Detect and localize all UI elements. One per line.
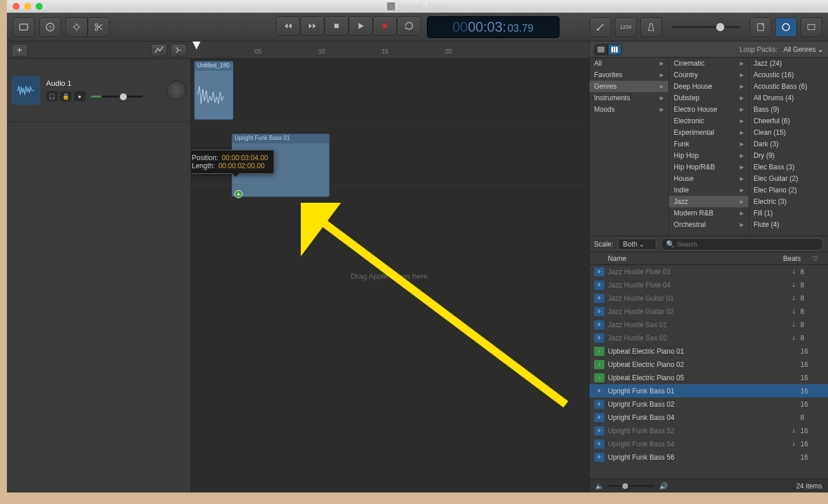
cycle-button[interactable] [397, 16, 421, 36]
category-item[interactable]: Elec Piano (2) [749, 184, 828, 196]
loop-result-row[interactable]: ⊪Jazz Hustle Guitar 01⤓8 [589, 291, 828, 305]
category-item[interactable]: Clean (15) [749, 127, 828, 138]
category-item[interactable]: Funk▶ [669, 138, 748, 150]
loop-packs-dropdown[interactable]: All Genres ⌄ [784, 46, 823, 54]
category-item[interactable]: Experimental▶ [669, 127, 748, 138]
timeline-ruler[interactable]: :05 :10 :15 :20 [191, 41, 589, 58]
download-icon[interactable]: ⤓ [791, 268, 800, 275]
audio-region[interactable]: Untitled_1#0 [194, 61, 233, 120]
category-item[interactable]: Electro House▶ [669, 104, 748, 115]
arrangement-area[interactable]: Untitled_1#0 Upright Funk Bass 01 Positi… [191, 59, 589, 492]
lcd-display[interactable]: 00 00:03: 03.79 [427, 16, 559, 38]
category-item[interactable]: Modern R&B▶ [669, 207, 748, 219]
playhead[interactable] [192, 41, 201, 50]
download-icon[interactable]: ⤓ [791, 427, 800, 434]
download-icon[interactable]: ⤓ [791, 334, 800, 342]
loop-result-row[interactable]: ⊪Upright Funk Bass 52⤓16 [589, 424, 828, 437]
category-item[interactable]: House▶ [669, 173, 748, 184]
track-volume-slider[interactable] [91, 96, 143, 97]
scale-dropdown[interactable]: Both ⌄ [618, 238, 656, 250]
category-item[interactable]: Cheerful (6) [749, 115, 828, 127]
rewind-button[interactable] [276, 16, 300, 36]
smart-controls-button[interactable] [66, 17, 88, 37]
category-col-3[interactable]: Jazz (24)Acoustic (16)Acoustic Bass (6)A… [749, 58, 828, 236]
notepad-button[interactable] [750, 17, 772, 37]
search-box[interactable]: 🔍 [661, 238, 823, 251]
download-icon[interactable]: ⤓ [791, 281, 800, 289]
pan-knob[interactable] [167, 81, 186, 100]
library-button[interactable] [13, 17, 35, 37]
category-item[interactable]: Deep House▶ [669, 81, 748, 92]
category-item[interactable]: Electronic▶ [669, 115, 748, 127]
loop-result-row[interactable]: ⊪Upright Funk Bass 5616 [589, 450, 828, 464]
col-header-favorite[interactable]: ♡ [812, 255, 823, 263]
loop-result-row[interactable]: ♪Upbeat Electric Piano 0216 [589, 358, 828, 371]
category-item[interactable]: Flute (4) [749, 219, 828, 230]
master-volume-slider[interactable] [671, 26, 740, 28]
button-view-button[interactable] [594, 44, 608, 55]
help-button[interactable]: ? [39, 17, 61, 37]
loop-result-row[interactable]: ⊪Jazz Hustle Flute 03⤓8 [589, 265, 828, 278]
preview-volume-slider[interactable] [608, 485, 655, 487]
loop-result-row[interactable]: ♪Upbeat Electric Piano 0116 [589, 344, 828, 358]
loop-result-row[interactable]: ♪Upbeat Electric Piano 0516 [589, 371, 828, 384]
col-header-name[interactable]: Name [594, 255, 783, 263]
loop-result-row[interactable]: ⊪Upright Funk Bass 0116 [589, 384, 828, 397]
category-item[interactable]: Country▶ [669, 69, 748, 81]
minimize-window-button[interactable] [24, 3, 31, 10]
category-item[interactable]: Hip Hop▶ [669, 150, 748, 161]
loop-result-row[interactable]: ⊪Upright Funk Bass 54⤓16 [589, 437, 828, 450]
record-enable-button[interactable]: ● [74, 91, 85, 101]
loop-result-row[interactable]: ⊪Jazz Hustle Sax 02⤓8 [589, 331, 828, 344]
category-item[interactable]: Electric (3) [749, 196, 828, 207]
category-item[interactable]: Dry (9) [749, 150, 828, 161]
category-item[interactable]: Acoustic Bass (6) [749, 81, 828, 92]
tuner-button[interactable] [589, 17, 611, 37]
download-icon[interactable]: ⤓ [791, 321, 800, 328]
search-input[interactable] [677, 241, 818, 248]
download-icon[interactable]: ⤓ [791, 294, 800, 302]
category-item[interactable]: All Drums (4) [749, 92, 828, 104]
category-col-1[interactable]: All▶Favorites▶Genres▶Instruments▶Moods▶ [589, 58, 669, 236]
download-icon[interactable]: ⤓ [791, 308, 800, 315]
download-icon[interactable]: ⤓ [791, 440, 800, 448]
category-item[interactable]: Favorites▶ [589, 69, 668, 81]
category-item[interactable]: Bass (9) [749, 104, 828, 115]
category-item[interactable]: Genres▶ [589, 81, 668, 92]
category-item[interactable]: Moods▶ [589, 104, 668, 115]
media-browser-button[interactable] [800, 17, 822, 37]
close-window-button[interactable] [13, 3, 20, 10]
play-button[interactable] [349, 16, 373, 36]
category-item[interactable]: Dark (3) [749, 138, 828, 150]
solo-button[interactable]: 🔒 [60, 91, 71, 101]
category-item[interactable]: Jazz (24) [749, 58, 828, 69]
category-item[interactable]: Fill (1) [749, 207, 828, 219]
automation-button[interactable] [151, 44, 167, 56]
loop-result-row[interactable]: ⊪Jazz Hustle Flute 04⤓8 [589, 278, 828, 291]
category-item[interactable]: Acoustic (16) [749, 69, 828, 81]
loop-result-row[interactable]: ⊪Upright Funk Bass 0216 [589, 397, 828, 411]
category-item[interactable]: Elec Guitar (2) [749, 173, 828, 184]
forward-button[interactable] [300, 16, 324, 36]
category-item[interactable]: Dubstep▶ [669, 92, 748, 104]
loop-result-row[interactable]: ⊪Jazz Hustle Sax 01⤓8 [589, 318, 828, 331]
stop-button[interactable] [324, 16, 349, 36]
category-item[interactable]: Hip Hop/R&B▶ [669, 161, 748, 173]
category-item[interactable]: Instruments▶ [589, 92, 668, 104]
results-list[interactable]: ⊪Jazz Hustle Flute 03⤓8⊪Jazz Hustle Flut… [589, 265, 828, 479]
col-header-beats[interactable]: Beats [783, 255, 812, 263]
loop-result-row[interactable]: ⊪Upright Funk Bass 048 [589, 411, 828, 424]
category-item[interactable]: Cinematic▶ [669, 58, 748, 69]
metronome-button[interactable] [640, 17, 662, 37]
column-view-button[interactable] [608, 44, 622, 55]
mute-button[interactable]: 🎧 [46, 91, 58, 101]
category-item[interactable]: Jazz▶ [669, 196, 748, 207]
category-item[interactable]: All▶ [589, 58, 668, 69]
loop-browser-button[interactable] [775, 17, 797, 37]
scissors-button[interactable] [88, 17, 109, 37]
category-col-2[interactable]: Cinematic▶Country▶Deep House▶Dubstep▶Ele… [669, 58, 748, 236]
category-item[interactable]: Indie▶ [669, 184, 748, 196]
maximize-window-button[interactable] [36, 3, 43, 10]
loop-result-row[interactable]: ⊪Jazz Hustle Guitar 02⤓8 [589, 305, 828, 318]
track-row[interactable]: Audio 1 🎧 🔒 ● [7, 59, 191, 122]
